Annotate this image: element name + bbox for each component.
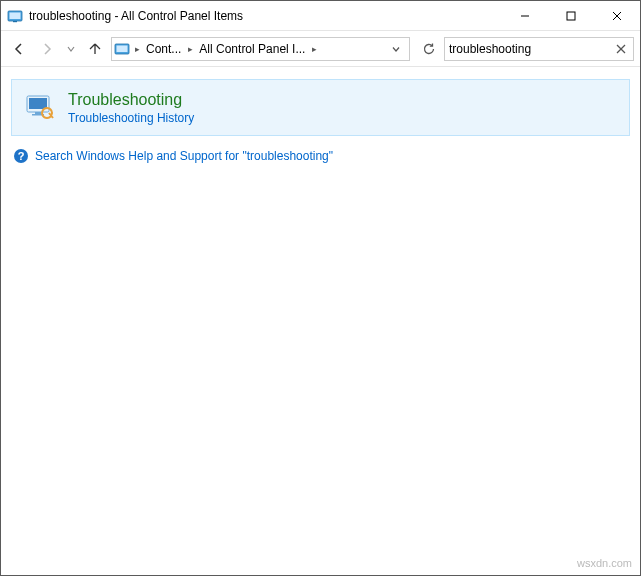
svg-rect-2 — [13, 21, 17, 22]
clear-search-button[interactable] — [613, 41, 629, 57]
help-icon: ? — [13, 148, 29, 164]
title-bar: troubleshooting - All Control Panel Item… — [1, 1, 640, 31]
result-title[interactable]: Troubleshooting — [68, 90, 194, 109]
maximize-button[interactable] — [548, 1, 594, 30]
search-input[interactable] — [449, 42, 609, 56]
svg-rect-1 — [10, 12, 21, 19]
breadcrumb-item[interactable]: Cont... — [144, 42, 183, 56]
chevron-right-icon[interactable]: ▸ — [132, 44, 142, 54]
navigation-bar: ▸ Cont... ▸ All Control Panel I... ▸ — [1, 31, 640, 67]
result-subtitle[interactable]: Troubleshooting History — [68, 111, 194, 125]
recent-locations-button[interactable] — [63, 37, 79, 61]
address-bar[interactable]: ▸ Cont... ▸ All Control Panel I... ▸ — [111, 37, 410, 61]
chevron-right-icon[interactable]: ▸ — [185, 44, 195, 54]
search-result-item[interactable]: Troubleshooting Troubleshooting History — [11, 79, 630, 136]
control-panel-window: troubleshooting - All Control Panel Item… — [0, 0, 641, 576]
help-search-link[interactable]: ? Search Windows Help and Support for "t… — [11, 146, 630, 166]
content-area: Troubleshooting Troubleshooting History … — [1, 67, 640, 575]
window-controls — [502, 1, 640, 30]
control-panel-small-icon — [114, 41, 130, 57]
help-link-text: Search Windows Help and Support for "tro… — [35, 149, 333, 163]
svg-rect-4 — [567, 12, 575, 20]
svg-rect-13 — [35, 112, 41, 114]
breadcrumb-item[interactable]: All Control Panel I... — [197, 42, 307, 56]
search-result-text: Troubleshooting Troubleshooting History — [68, 90, 194, 125]
svg-rect-8 — [117, 45, 128, 52]
close-button[interactable] — [594, 1, 640, 30]
minimize-button[interactable] — [502, 1, 548, 30]
svg-rect-12 — [29, 98, 47, 109]
back-button[interactable] — [7, 37, 31, 61]
chevron-right-icon[interactable]: ▸ — [309, 44, 319, 54]
up-button[interactable] — [83, 37, 107, 61]
svg-text:?: ? — [18, 150, 25, 162]
window-title: troubleshooting - All Control Panel Item… — [29, 9, 502, 23]
forward-button[interactable] — [35, 37, 59, 61]
troubleshooting-icon — [24, 90, 56, 122]
address-dropdown-button[interactable] — [385, 38, 407, 60]
search-box[interactable] — [444, 37, 634, 61]
refresh-button[interactable] — [418, 38, 440, 60]
control-panel-icon — [7, 8, 23, 24]
